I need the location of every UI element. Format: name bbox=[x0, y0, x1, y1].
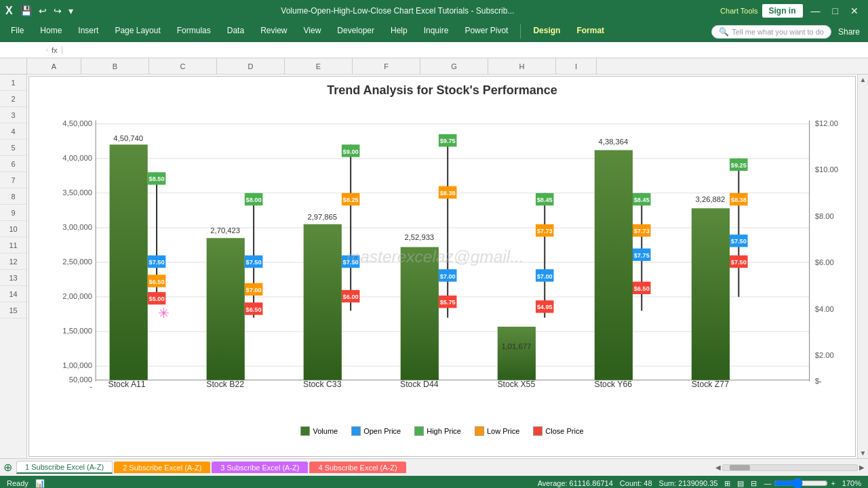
tab-data[interactable]: Data bbox=[219, 22, 252, 41]
normal-view-icon[interactable]: ⊞ bbox=[724, 479, 730, 488]
svg-text:$10.00: $10.00 bbox=[815, 165, 838, 174]
row-11[interactable]: 11 bbox=[0, 237, 26, 253]
legend-close: Close Price bbox=[533, 426, 583, 436]
col-header-d[interactable]: D bbox=[217, 58, 285, 74]
vertical-scrollbar[interactable]: ▲ ▼ bbox=[857, 75, 868, 458]
title-bar-left: X 💾 ↩ ↪ ▾ bbox=[5, 5, 75, 17]
row-9[interactable]: 9 bbox=[0, 205, 26, 221]
formula-input[interactable] bbox=[62, 49, 868, 52]
undo-icon[interactable]: ↩ bbox=[37, 5, 49, 16]
svg-text:Stock Y66: Stock Y66 bbox=[595, 380, 633, 389]
tab-review[interactable]: Review bbox=[252, 22, 295, 41]
svg-text:$9.25: $9.25 bbox=[731, 162, 747, 169]
sheet-tabs-bar: ⊕ 1 Subscribe Excel (A-Z) 2 Subscribe Ex… bbox=[0, 458, 868, 476]
svg-text:$7.73: $7.73 bbox=[634, 228, 650, 235]
row-4[interactable]: 4 bbox=[0, 123, 26, 140]
sum-status: Sum: 2139090.35 bbox=[659, 479, 718, 487]
page-break-icon[interactable]: ⊟ bbox=[751, 479, 757, 488]
redo-icon[interactable]: ↪ bbox=[52, 5, 64, 16]
col-header-b[interactable]: B bbox=[81, 58, 149, 74]
svg-text:2,70,423: 2,70,423 bbox=[210, 226, 240, 235]
row-12[interactable]: 12 bbox=[0, 253, 26, 270]
col-header-h[interactable]: H bbox=[488, 58, 556, 74]
tab-inquire[interactable]: Inquire bbox=[416, 22, 457, 41]
sheet-tab-2[interactable]: 2 Subscribe Excel (A-Z) bbox=[114, 462, 210, 473]
col-header-e[interactable]: E bbox=[285, 58, 353, 74]
tab-help[interactable]: Help bbox=[382, 22, 416, 41]
col-header-g[interactable]: G bbox=[420, 58, 488, 74]
tab-chart-tools-format[interactable]: Format bbox=[568, 22, 612, 41]
row-numbers: 1 2 3 4 5 6 7 8 9 10 11 12 13 14 15 bbox=[0, 75, 27, 458]
svg-text:$6.50: $6.50 bbox=[634, 285, 650, 292]
legend-low-label: Low Price bbox=[487, 427, 519, 435]
svg-text:3,00,000: 3,00,000 bbox=[62, 223, 92, 231]
col-header-f[interactable]: F bbox=[353, 58, 420, 74]
average-status: Average: 61116.86714 bbox=[538, 479, 613, 487]
tab-page-layout[interactable]: Page Layout bbox=[106, 22, 168, 41]
row-2[interactable]: 2 bbox=[0, 91, 26, 107]
name-box[interactable] bbox=[0, 49, 47, 52]
zoom-range-input[interactable] bbox=[774, 478, 828, 488]
svg-text:$7.00: $7.00 bbox=[246, 287, 262, 293]
svg-text:-: - bbox=[90, 382, 92, 390]
zoom-slider[interactable]: — + bbox=[764, 478, 835, 488]
search-icon: 🔍 bbox=[719, 27, 729, 37]
row-3[interactable]: 3 bbox=[0, 107, 26, 123]
col-header-c[interactable]: C bbox=[149, 58, 217, 74]
sign-in-button[interactable]: Sign in bbox=[762, 4, 803, 18]
row-8[interactable]: 8 bbox=[0, 188, 26, 205]
row-15[interactable]: 15 bbox=[0, 302, 26, 319]
svg-text:$8.38: $8.38 bbox=[731, 197, 747, 203]
close-button[interactable]: ✕ bbox=[846, 5, 863, 16]
row-6[interactable]: 6 bbox=[0, 156, 26, 172]
tab-home[interactable]: Home bbox=[32, 22, 70, 41]
status-bar: Ready 📊 Average: 61116.86714 Count: 48 S… bbox=[0, 476, 868, 488]
svg-text:1,50,000: 1,50,000 bbox=[62, 327, 92, 335]
svg-text:$8.45: $8.45 bbox=[634, 197, 650, 203]
row-7[interactable]: 7 bbox=[0, 172, 26, 188]
legend-open-color bbox=[351, 426, 361, 436]
legend-close-color bbox=[533, 426, 542, 436]
minimize-button[interactable]: — bbox=[807, 5, 825, 16]
add-sheet-button[interactable]: ⊕ bbox=[3, 461, 12, 474]
svg-text:$5.00: $5.00 bbox=[149, 296, 165, 302]
legend-open: Open Price bbox=[351, 426, 401, 436]
legend-low: Low Price bbox=[475, 426, 519, 436]
restore-button[interactable]: □ bbox=[829, 5, 842, 16]
tab-developer[interactable]: Developer bbox=[329, 22, 382, 41]
tell-me-text: Tell me what you want to do bbox=[732, 28, 824, 36]
svg-text:$8.00: $8.00 bbox=[815, 212, 834, 220]
horizontal-scrollbar[interactable]: ◀ ▶ bbox=[715, 464, 865, 471]
tab-formulas[interactable]: Formulas bbox=[169, 22, 219, 41]
svg-text:$6.50: $6.50 bbox=[149, 279, 165, 285]
sheet-tab-3[interactable]: 3 Subscribe Excel (A-Z) bbox=[212, 462, 308, 473]
row-10[interactable]: 10 bbox=[0, 221, 26, 237]
row-5[interactable]: 5 bbox=[0, 140, 26, 156]
row-13[interactable]: 13 bbox=[0, 270, 26, 286]
svg-text:$7.75: $7.75 bbox=[634, 252, 650, 259]
formula-icons: fx bbox=[47, 46, 62, 54]
svg-text:$9.00: $9.00 bbox=[343, 148, 359, 155]
svg-text:$2.00: $2.00 bbox=[815, 351, 834, 359]
share-button[interactable]: Share bbox=[838, 27, 860, 37]
qa-more-icon[interactable]: ▾ bbox=[66, 5, 75, 16]
svg-text:2,00,000: 2,00,000 bbox=[62, 292, 92, 300]
page-layout-icon[interactable]: ▤ bbox=[737, 479, 744, 488]
tab-chart-tools-design[interactable]: Design bbox=[525, 22, 568, 41]
tab-power-pivot[interactable]: Power Pivot bbox=[456, 22, 516, 41]
chart-legend: Volume Open Price High Price Low Price C… bbox=[29, 424, 855, 439]
column-headers: A B C D E F G H I bbox=[0, 58, 868, 75]
stock-c33-volume-bar bbox=[304, 224, 342, 380]
row-1[interactable]: 1 bbox=[0, 75, 26, 91]
col-header-i[interactable]: I bbox=[556, 58, 597, 74]
sheet-tab-1[interactable]: 1 Subscribe Excel (A-Z) bbox=[16, 461, 113, 474]
tell-me-input[interactable]: 🔍 Tell me what you want to do bbox=[711, 25, 831, 39]
save-icon[interactable]: 💾 bbox=[18, 5, 34, 16]
row-14[interactable]: 14 bbox=[0, 286, 26, 302]
tab-insert[interactable]: Insert bbox=[70, 22, 106, 41]
svg-text:3,50,000: 3,50,000 bbox=[62, 188, 92, 197]
tab-file[interactable]: File bbox=[3, 22, 32, 41]
col-header-a[interactable]: A bbox=[27, 58, 81, 74]
tab-view[interactable]: View bbox=[296, 22, 330, 41]
sheet-tab-4[interactable]: 4 Subscribe Excel (A-Z) bbox=[309, 462, 406, 473]
